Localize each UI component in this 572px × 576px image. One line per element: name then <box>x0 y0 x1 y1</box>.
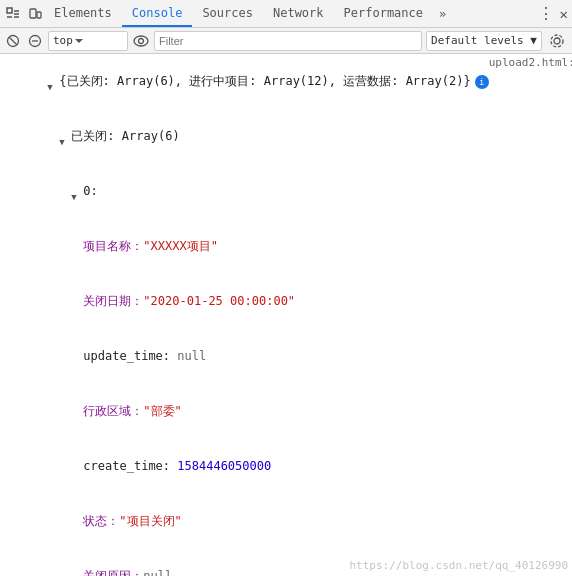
tab-sources[interactable]: Sources <box>192 0 263 27</box>
tab-performance[interactable]: Performance <box>334 0 433 27</box>
watermark: https://blog.csdn.net/qq_40126990 <box>349 559 568 572</box>
console-closed-array: 已关闭: Array(6) <box>0 109 572 164</box>
tab-bar: Elements Console Sources Network Perform… <box>44 0 538 27</box>
svg-point-12 <box>134 36 148 46</box>
close-devtools-button[interactable]: ✕ <box>560 6 568 22</box>
devtools-topbar: Elements Console Sources Network Perform… <box>0 0 572 28</box>
field-region: 行政区域："部委" <box>0 384 572 439</box>
svg-rect-6 <box>37 12 41 18</box>
svg-marker-11 <box>75 39 83 43</box>
svg-line-8 <box>9 37 17 45</box>
field-create-time: create_time: 1584446050000 <box>0 439 572 494</box>
log-levels-dropdown[interactable]: Default levels ▼ <box>426 31 542 51</box>
field-status: 状态："项目关闭" <box>0 494 572 549</box>
device-toolbar-icon[interactable] <box>26 5 44 23</box>
field-update-time: update_time: null <box>0 329 572 384</box>
devtools-topbar-right: ⋮ ✕ <box>538 4 568 23</box>
expand-icon[interactable] <box>47 77 57 87</box>
tab-network[interactable]: Network <box>263 0 334 27</box>
context-selector[interactable]: top <box>48 31 128 51</box>
filter-input[interactable] <box>154 31 422 51</box>
devtools-icons-left <box>4 5 44 23</box>
tab-console[interactable]: Console <box>122 0 193 27</box>
expand-icon[interactable] <box>59 132 69 142</box>
eye-icon[interactable] <box>132 32 150 50</box>
console-output: {已关闭: Array(6), 进行中项目: Array(12), 运营数据: … <box>0 54 572 576</box>
tab-more[interactable]: » <box>433 0 452 27</box>
info-icon[interactable]: i <box>475 75 489 89</box>
console-entry-main: {已关闭: Array(6), 进行中项目: Array(12), 运营数据: … <box>0 54 572 109</box>
svg-point-14 <box>554 38 560 44</box>
field-close-date: 关闭日期："2020-01-25 00:00:00" <box>0 274 572 329</box>
svg-point-15 <box>551 35 563 47</box>
svg-point-13 <box>139 38 144 43</box>
settings-icon[interactable] <box>546 30 568 52</box>
console-toolbar: top Default levels ▼ <box>0 28 572 54</box>
svg-rect-5 <box>30 9 36 18</box>
filter-icon[interactable] <box>26 32 44 50</box>
tab-elements[interactable]: Elements <box>44 0 122 27</box>
field-project-name: 项目名称："XXXXX项目" <box>0 219 572 274</box>
expand-icon[interactable] <box>71 187 81 197</box>
inspect-element-icon[interactable] <box>4 5 22 23</box>
console-item-0: 0: <box>0 164 572 219</box>
clear-console-button[interactable] <box>4 32 22 50</box>
more-options-icon[interactable]: ⋮ <box>538 4 554 23</box>
svg-rect-0 <box>7 8 12 13</box>
line-number: upload2.html:39 <box>489 54 572 72</box>
